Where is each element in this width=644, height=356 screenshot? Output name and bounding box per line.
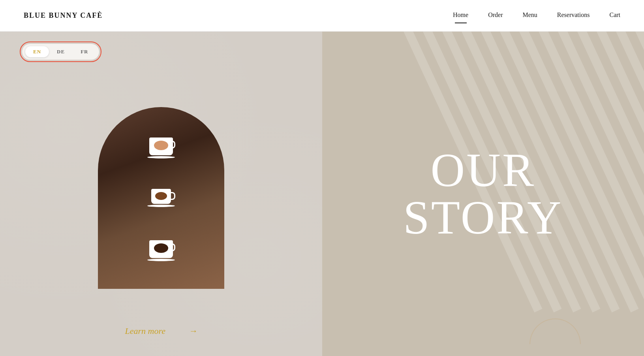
latte-handle (170, 141, 175, 149)
bean-cup: ✦ (145, 240, 177, 262)
nav-item-order[interactable]: Order (488, 11, 503, 20)
bean-handle (170, 243, 175, 251)
right-panel: OUR STORY (322, 32, 644, 356)
main-nav: Home Order Menu Reservations Cart (453, 11, 620, 20)
nav-item-cart[interactable]: Cart (609, 11, 620, 20)
main-content: EN DE FR ♥ (0, 32, 644, 356)
nav-item-reservations[interactable]: Reservations (557, 11, 590, 20)
arch-image-container: ♥ ✦ (98, 107, 224, 289)
espresso-cup (145, 189, 177, 211)
our-story-heading: OUR STORY (403, 147, 563, 241)
nav-item-home[interactable]: Home (453, 11, 468, 20)
espresso-cup-body (151, 189, 171, 204)
lang-btn-fr[interactable]: FR (73, 46, 96, 57)
site-header: BLUE BUNNY CAFÈ Home Order Menu Reservat… (0, 0, 644, 32)
language-switcher: EN DE FR (22, 44, 99, 60)
bean-saucer (147, 259, 175, 261)
lang-btn-de[interactable]: DE (49, 46, 73, 57)
story-text: STORY (403, 194, 563, 241)
arch-shape: ♥ ✦ (98, 107, 224, 289)
site-logo: BLUE BUNNY CAFÈ (24, 11, 103, 20)
latte-cup-body: ♥ (149, 138, 173, 155)
nav-item-menu[interactable]: Menu (522, 11, 537, 20)
espresso-saucer (147, 205, 175, 207)
lang-btn-en[interactable]: EN (25, 46, 49, 57)
learn-more-section: Learn more → (125, 326, 197, 336)
bean-cup-body: ✦ (149, 240, 173, 258)
latte-saucer (147, 156, 175, 158)
language-switcher-wrapper: EN DE FR (20, 41, 101, 62)
learn-more-text[interactable]: Learn more (125, 326, 165, 336)
latte-cup: ♥ (145, 138, 177, 159)
our-text: OUR (403, 147, 563, 194)
left-panel: EN DE FR ♥ (0, 32, 322, 356)
espresso-handle (170, 192, 175, 200)
heart-art: ♥ (156, 140, 167, 149)
arrow-icon: → (189, 326, 197, 336)
